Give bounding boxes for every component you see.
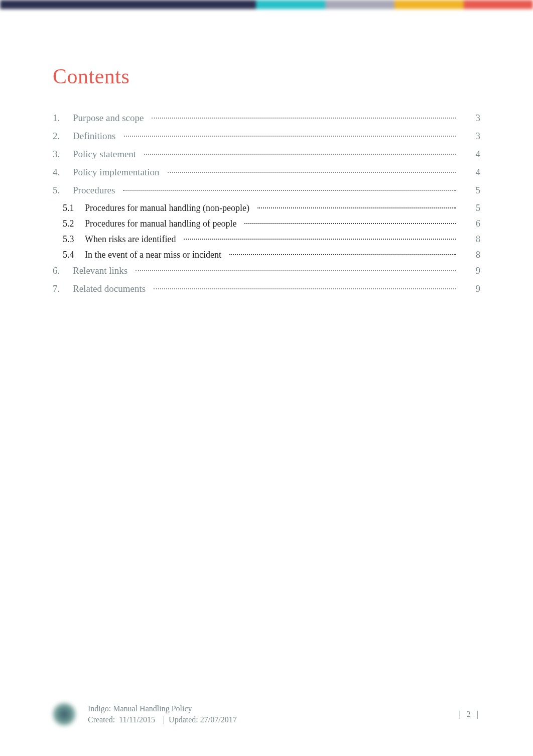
footer-doc-title: Indigo: Manual Handling Policy — [88, 703, 237, 714]
toc-label: Procedures for manual handling (non-peop… — [85, 203, 257, 213]
toc-number: 5.2 — [63, 219, 85, 229]
toc-number: 1. — [53, 113, 73, 124]
toc-page: 8 — [456, 250, 480, 260]
footer-dates: Created: 11/11/2015 | Updated: 27/07/201… — [88, 714, 237, 725]
toc-leader — [257, 207, 456, 208]
toc-page: 4 — [456, 167, 480, 178]
bar-segment-coral — [464, 0, 533, 9]
toc-number: 5.3 — [63, 234, 85, 245]
toc-page: 9 — [456, 265, 480, 276]
toc-leader — [154, 288, 456, 289]
bar-segment-cyan — [256, 0, 325, 9]
footer-created-date: 11/11/2015 — [119, 715, 155, 724]
page-footer: Indigo: Manual Handling Policy Created: … — [53, 703, 480, 726]
footer-created-label: Created: — [88, 715, 115, 724]
toc-number: 7. — [53, 283, 73, 294]
toc-entry[interactable]: 6. Relevant links 9 — [53, 265, 480, 276]
toc-number: 5.1 — [63, 203, 85, 213]
toc-page: 3 — [456, 113, 480, 124]
page-title: Contents — [53, 64, 480, 88]
toc-subentry[interactable]: 5.4 In the event of a near miss or incid… — [53, 250, 480, 260]
toc-leader — [229, 254, 456, 255]
toc-label: When risks are identified — [85, 234, 184, 245]
toc-page: 5 — [456, 203, 480, 213]
toc-page: 5 — [456, 185, 480, 196]
bar-segment-grey — [325, 0, 394, 9]
toc-leader — [124, 136, 457, 137]
toc-entry[interactable]: 1. Purpose and scope 3 — [53, 113, 480, 124]
toc-entry[interactable]: 2. Definitions 3 — [53, 131, 480, 142]
toc-number: 5. — [53, 185, 73, 196]
toc-label: Procedures — [73, 185, 123, 196]
toc-leader — [136, 270, 456, 271]
toc-number: 6. — [53, 265, 73, 276]
toc-page: 3 — [456, 131, 480, 142]
content-area: Contents 1. Purpose and scope 3 2. Defin… — [0, 9, 533, 294]
toc-label: Procedures for manual handling of people — [85, 219, 244, 229]
toc-label: Relevant links — [73, 265, 136, 276]
toc-subentry[interactable]: 5.2 Procedures for manual handling of pe… — [53, 219, 480, 229]
toc-label: Related documents — [73, 283, 154, 294]
toc-number: 3. — [53, 149, 73, 160]
toc-leader — [152, 118, 456, 119]
toc-leader — [168, 172, 456, 173]
document-page: Contents 1. Purpose and scope 3 2. Defin… — [0, 0, 533, 756]
toc-subentry[interactable]: 5.1 Procedures for manual handling (non-… — [53, 203, 480, 213]
footer-logo-icon — [53, 703, 76, 726]
bar-segment-yellow — [394, 0, 464, 9]
toc-label: Policy statement — [73, 149, 144, 160]
toc-number: 4. — [53, 167, 73, 178]
toc-page: 6 — [456, 219, 480, 229]
toc-page: 9 — [456, 283, 480, 294]
toc-number: 2. — [53, 131, 73, 142]
toc-leader — [144, 154, 456, 155]
toc-entry[interactable]: 3. Policy statement 4 — [53, 149, 480, 160]
toc-entry[interactable]: 4. Policy implementation 4 — [53, 167, 480, 178]
toc-number: 5.4 — [63, 250, 85, 260]
toc-page: 8 — [456, 234, 480, 245]
toc-subentry[interactable]: 5.3 When risks are identified 8 — [53, 234, 480, 245]
header-colour-bar — [0, 0, 533, 9]
toc-label: Purpose and scope — [73, 113, 152, 124]
table-of-contents: 1. Purpose and scope 3 2. Definitions 3 … — [53, 113, 480, 294]
toc-leader — [244, 223, 456, 224]
toc-leader — [123, 190, 456, 191]
footer-updated-label: Updated: — [169, 715, 198, 724]
footer-page-number: | 2 | — [459, 710, 480, 719]
toc-page: 4 — [456, 149, 480, 160]
toc-label: Policy implementation — [73, 167, 168, 178]
toc-entry[interactable]: 7. Related documents 9 — [53, 283, 480, 294]
toc-leader — [184, 239, 456, 240]
footer-updated-date: 27/07/2017 — [200, 715, 237, 724]
toc-entry[interactable]: 5. Procedures 5 — [53, 185, 480, 196]
footer-separator: | — [163, 715, 165, 724]
footer-text-block: Indigo: Manual Handling Policy Created: … — [88, 703, 237, 726]
toc-label: In the event of a near miss or incident — [85, 250, 229, 260]
bar-segment-navy — [0, 0, 256, 9]
toc-label: Definitions — [73, 131, 124, 142]
